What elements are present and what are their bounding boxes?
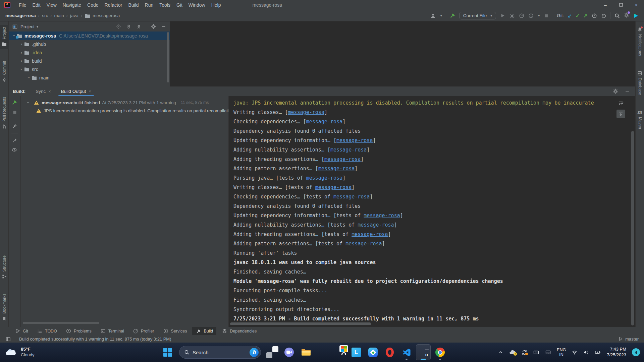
chevron-collapsed-icon[interactable]: ›	[19, 50, 24, 55]
git-push-button[interactable]: ↗	[583, 13, 588, 18]
touch-keyboard-icon[interactable]	[533, 350, 539, 355]
console-hscrollbar[interactable]	[230, 322, 371, 325]
chevron-collapsed-icon[interactable]: ›	[19, 58, 24, 63]
battery-icon[interactable]	[595, 350, 601, 355]
menu-help[interactable]: Help	[208, 0, 224, 10]
tab-build-output[interactable]: Build Output×	[61, 86, 91, 96]
plugin-triangle-icon[interactable]	[633, 13, 639, 18]
console-link[interactable]: message-rosa	[318, 166, 355, 172]
console-link[interactable]: message-rosa	[324, 156, 361, 162]
bing-icon[interactable]: b	[250, 348, 259, 357]
toolwindow-button-profiler[interactable]: Profiler	[129, 327, 158, 335]
close-button[interactable]: ×	[629, 0, 644, 10]
tree-row-.github[interactable]: ›.github	[9, 40, 170, 48]
pin-icon[interactable]	[12, 137, 17, 143]
run-with-coverage-button[interactable]	[528, 13, 534, 18]
sidebar-item-project[interactable]: Project	[0, 25, 9, 49]
hammer-green-icon[interactable]	[450, 13, 455, 18]
tree-row-build[interactable]: ›build	[9, 57, 170, 65]
taskbar-app-microsoft-store[interactable]	[332, 344, 347, 360]
expand-all-icon[interactable]	[126, 24, 131, 29]
console-link[interactable]: message-rosa	[288, 109, 324, 115]
sidebar-item-structure[interactable]: Structure	[0, 253, 9, 282]
console-link[interactable]: message-rosa	[336, 137, 373, 143]
touchpad-icon[interactable]	[545, 350, 551, 355]
menu-run[interactable]: Run	[142, 0, 157, 10]
minus-icon[interactable]	[624, 88, 630, 94]
breadcrumb-item-main[interactable]: main	[54, 13, 64, 18]
gear-icon[interactable]	[612, 88, 618, 94]
close-icon[interactable]: ×	[48, 89, 51, 94]
taskbar-app-task-view[interactable]	[265, 344, 280, 360]
run-configuration-select[interactable]: Current File▾	[459, 12, 496, 19]
target-icon[interactable]	[116, 24, 121, 29]
hammer-green-icon[interactable]	[12, 100, 17, 105]
wifi-icon[interactable]	[572, 350, 578, 355]
sidebar-item-bookmarks[interactable]: Bookmarks	[0, 292, 9, 323]
menu-git[interactable]: Git	[173, 0, 185, 10]
breadcrumb-item-messagerosa[interactable]: messagerosa	[93, 13, 120, 18]
stop-icon[interactable]	[12, 109, 17, 115]
menu-refactor[interactable]: Refactor	[102, 0, 125, 10]
toolwindow-button-build[interactable]: Build	[192, 327, 216, 335]
chevron-collapsed-icon[interactable]: ›	[19, 42, 24, 47]
taskbar-app-ldplayer[interactable]: L	[349, 344, 364, 360]
soft-wrap-icon[interactable]	[616, 99, 625, 108]
taskbar-app-file-explorer[interactable]	[299, 344, 313, 360]
chevron-expanded-icon[interactable]: ›	[19, 67, 24, 72]
volume-icon[interactable]	[583, 350, 589, 355]
chevron-expanded-icon[interactable]: ›	[26, 75, 32, 80]
toolwindow-button-problems[interactable]: Problems	[62, 327, 95, 335]
menu-window[interactable]: Window	[185, 0, 208, 10]
sidebar-item-pull-requests[interactable]: Pull Requests	[0, 95, 9, 131]
project-panel-title[interactable]: Project	[20, 24, 35, 29]
console-link[interactable]: message-rosa	[364, 213, 400, 219]
console-link[interactable]: message-rosa	[306, 175, 342, 181]
taskbar-app-edge[interactable]	[315, 344, 330, 360]
tree-row-.idea[interactable]: ›.idea	[9, 48, 170, 57]
scroll-to-end-icon[interactable]	[616, 110, 625, 118]
taskbar-app-vscode[interactable]	[399, 344, 414, 360]
git-update-button[interactable]: ↙	[568, 13, 572, 18]
breadcrumb-item-java[interactable]: java	[70, 13, 78, 18]
taskbar-app-bluestacks[interactable]	[366, 344, 380, 360]
wrench-icon[interactable]	[12, 123, 17, 129]
console-link[interactable]: message-rosa	[333, 194, 370, 200]
sync-icon[interactable]	[522, 350, 527, 355]
taskbar-app-chrome[interactable]	[433, 344, 447, 360]
taskbar-search[interactable]: Search b	[179, 346, 261, 359]
search-icon[interactable]	[614, 13, 620, 18]
chevron-down-icon[interactable]: ▾	[37, 25, 38, 28]
sidebar-item-maven[interactable]: mMaven	[636, 107, 644, 131]
gear-icon[interactable]	[151, 24, 156, 29]
onedrive-icon[interactable]: !	[509, 350, 516, 355]
sidebar-item-commit[interactable]: Commit	[0, 59, 9, 84]
maximize-button[interactable]	[613, 0, 629, 10]
taskbar-app-chat[interactable]	[282, 344, 297, 360]
git-commit-check-icon[interactable]: ✓	[576, 13, 580, 18]
tool-window-toggle-icon[interactable]	[5, 336, 11, 342]
menu-build[interactable]: Build	[125, 0, 142, 10]
collapse-all-icon[interactable]	[136, 24, 142, 29]
toolwindow-button-git[interactable]: Git	[11, 327, 32, 335]
settings-gear-button[interactable]	[624, 12, 629, 19]
profiler-icon[interactable]	[519, 13, 524, 18]
git-branch-widget[interactable]: master	[618, 336, 639, 342]
menu-tools[interactable]: Tools	[156, 0, 173, 10]
clock-widget[interactable]: 7:43 PM 7/25/2023	[607, 347, 626, 358]
tree-row-message-rosa[interactable]: ›message-rosaC:\Users\LENOVO\Desktop\mes…	[9, 32, 170, 40]
console-link[interactable]: message-rosa	[358, 222, 394, 228]
build-result-row[interactable]: › message-rosa: build finished At 7/25/2…	[21, 99, 228, 107]
tree-row-main[interactable]: ›main	[9, 73, 170, 82]
toolwindow-button-todo[interactable]: TODO	[34, 327, 60, 335]
clock-icon[interactable]	[591, 13, 597, 18]
sidebar-item-database[interactable]: Database	[636, 68, 644, 97]
console-link[interactable]: message-rosa	[345, 241, 382, 247]
language-indicator[interactable]: ENG IN	[557, 348, 566, 357]
weather-widget[interactable]: 85°F Cloudy	[6, 347, 34, 358]
build-tree-hscrollbar[interactable]	[23, 322, 99, 324]
console-vscrollbar[interactable]	[631, 131, 634, 325]
menu-navigate[interactable]: Navigate	[60, 0, 84, 10]
breadcrumb-item-message-rosa[interactable]: message-rosa	[5, 13, 36, 18]
sidebar-item-notifications[interactable]: Notifications	[636, 25, 644, 58]
